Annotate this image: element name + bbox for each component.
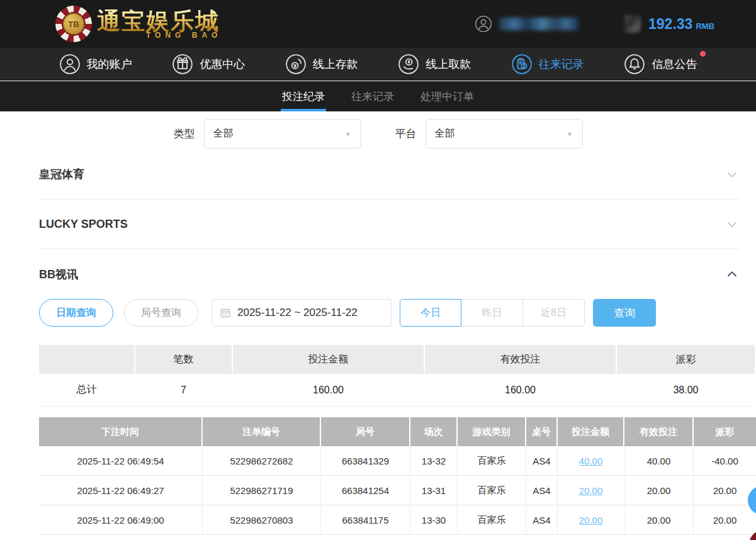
bet-amount-link[interactable]: 20.00 [579,485,603,496]
notice-icon [624,53,645,75]
nav-label: 信息公告 [652,57,697,72]
nav-withdraw[interactable]: 线上取款 [398,53,471,75]
session: 13-31 [410,476,458,505]
detail-header-cell: 注单编号 [203,417,321,446]
summary-bet-amount: 160.00 [233,374,425,407]
nav-promotions[interactable]: 优惠中心 [172,53,245,75]
round-number: 663841175 [321,505,410,535]
chevron-down-icon[interactable] [725,217,739,231]
main-navigation: 我的账户 优惠中心 线上存款 线上取款 往来记录 信息公告 [0,48,756,81]
search-button[interactable]: 查询 [593,299,656,327]
round-query-button[interactable]: 局号查询 [124,299,198,327]
detail-header-cell: 桌号 [526,417,558,446]
detail-header-cell: 场次 [410,417,458,446]
tab-transaction-records[interactable]: 往来记录 [350,81,395,111]
nav-announcements[interactable]: 信息公告 [624,53,697,75]
round-number: 663841254 [321,476,410,505]
bet-detail-table: 下注时间 注单编号 局号 场次 游戏类别 桌号 投注金额 有效投注 派彩 202… [39,417,756,535]
calendar-icon [220,307,231,318]
type-select-value: 全部 [213,127,234,140]
nav-label: 往来记录 [539,57,584,72]
bet-amount-link[interactable]: 40.00 [579,456,603,466]
section-divider [39,199,739,200]
chevron-down-icon[interactable] [725,167,739,181]
game-type: 百家乐 [458,505,526,535]
wallet-icon-blurred[interactable] [624,15,641,33]
site-logo[interactable]: TB 通宝娱乐城 TONG BAO [55,6,222,42]
detail-header-cell: 局号 [321,417,410,446]
bet-amount-link[interactable]: 20.00 [579,515,603,526]
valid-bet: 20.00 [624,476,694,505]
section-bb-video[interactable]: BB视讯 [39,265,739,284]
tab-processing-orders[interactable]: 处理中订单 [419,81,475,111]
bet-number: 522986270803 [203,505,321,535]
today-button[interactable]: 今日 [400,299,461,327]
section-crown-sports[interactable]: 皇冠体育 [39,165,739,184]
nav-label: 线上取款 [426,57,471,72]
chevron-down-icon: ▼ [345,130,352,138]
detail-header-cell: 有效投注 [624,417,694,446]
deposit-icon [285,53,307,75]
detail-header-cell: 游戏类别 [458,417,526,446]
record-subtabs: 投注纪录 往来记录 处理中订单 [0,81,756,111]
nav-label: 线上存款 [313,57,358,72]
type-select[interactable]: 全部 ▼ [204,119,361,149]
section-title: LUCKY SPORTS [39,218,128,231]
game-type: 百家乐 [458,476,526,505]
summary-header-cell: 笔数 [135,345,233,374]
summary-header-cell [39,345,135,374]
last8days-button[interactable]: 近8日 [523,299,585,327]
nav-my-account[interactable]: 我的账户 [59,53,132,75]
promo-icon [172,53,193,75]
platform-select[interactable]: 全部 ▼ [426,119,583,149]
summary-header-cell: 投注金额 [233,345,425,374]
balance-amount[interactable]: 192.33 [648,16,692,33]
site-subtitle: TONG BAO [146,31,222,39]
section-divider [39,249,739,249]
type-filter-label: 类型 [174,127,195,141]
chevron-up-icon[interactable] [725,267,739,281]
nav-label: 我的账户 [87,57,132,72]
nav-deposit[interactable]: 线上存款 [285,53,358,75]
table-row: 2025-11-22 06:49:27 522986271719 6638412… [39,476,756,505]
chevron-down-icon: ▼ [567,130,573,138]
bet-number: 522986272682 [203,446,321,476]
bet-time: 2025-11-22 06:49:54 [39,446,203,476]
summary-count: 7 [135,374,233,407]
table-number: AS4 [526,476,558,505]
site-title: 通宝娱乐城 [97,9,222,33]
notification-badge [700,51,706,57]
summary-header-row: 笔数 投注金额 有效投注 派彩 [39,345,756,374]
summary-valid-bet: 160.00 [425,374,617,407]
platform-filter-label: 平台 [395,127,417,141]
username-blurred[interactable] [499,18,579,30]
date-range-input[interactable]: 2025-11-22 ~ 2025-11-22 [212,299,392,327]
yesterday-button[interactable]: 昨日 [461,299,523,327]
table-row: 2025-11-22 06:49:54 522986272682 6638413… [39,446,756,476]
date-range-value: 2025-11-22 ~ 2025-11-22 [237,307,358,319]
session: 13-32 [410,446,458,476]
withdraw-icon [398,53,419,75]
detail-header-row: 下注时间 注单编号 局号 场次 游戏类别 桌号 投注金额 有效投注 派彩 [39,417,756,446]
section-title: 皇冠体育 [39,167,84,182]
detail-header-cell: 下注时间 [39,417,203,446]
filter-row: 类型 全部 ▼ 平台 全部 ▼ [0,119,756,149]
bet-time: 2025-11-22 06:49:27 [39,476,203,505]
game-type: 百家乐 [458,446,526,476]
round-number: 663841329 [321,446,410,476]
tab-betting-records[interactable]: 投注纪录 [281,81,326,111]
nav-transaction-records[interactable]: 往来记录 [511,53,584,75]
section-lucky-sports[interactable]: LUCKY SPORTS [39,215,739,233]
valid-bet: 40.00 [624,446,694,476]
payout: -40.00 [694,446,756,476]
platform-select-value: 全部 [435,127,455,140]
bet-time: 2025-11-22 06:49:00 [39,505,203,535]
logo-chip-tb: TB [63,13,84,35]
date-query-button[interactable]: 日期查询 [39,299,113,327]
table-number: AS4 [526,446,558,476]
bet-number: 522986271719 [203,476,321,505]
payout: 20.00 [694,476,756,505]
user-avatar-icon[interactable] [475,15,492,33]
account-icon [59,53,81,75]
summary-total-row: 总计 7 160.00 160.00 38.00 [39,374,756,407]
